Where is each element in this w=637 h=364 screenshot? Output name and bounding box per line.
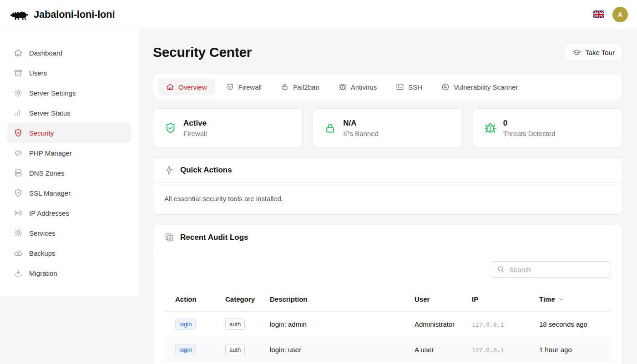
sidebar-item-label: DNS Zones — [29, 169, 65, 177]
header-logo[interactable]: Jabaloni-loni-loni — [9, 6, 115, 23]
status-cards: Active Firewall N/A IPs Banned 0 Threats… — [153, 108, 622, 147]
category-badge: auth — [225, 344, 245, 355]
lock-icon — [281, 83, 289, 91]
section-title: Recent Audit Logs — [180, 233, 248, 242]
bar-chart-icon — [14, 108, 23, 117]
tab-fail2ban[interactable]: Fail2ban — [273, 79, 328, 95]
tab-label: Antivirus — [351, 83, 377, 91]
sidebar-item-backups[interactable]: Backups — [7, 243, 131, 263]
sidebar-item-ssl-manager[interactable]: SSL Manager — [7, 183, 131, 203]
tab-label: Overview — [178, 83, 207, 91]
home-icon — [166, 83, 174, 91]
clipboard-icon — [164, 233, 174, 243]
chevron-down-icon — [558, 296, 564, 303]
sidebar-item-php-manager[interactable]: PHP Manager — [7, 143, 131, 163]
sidebar-item-dns-zones[interactable]: DNS Zones — [7, 163, 131, 183]
sidebar-item-label: Migration — [29, 269, 57, 277]
sidebar-item-label: Backups — [29, 249, 56, 257]
bug-icon — [484, 122, 496, 134]
audit-logs-card: Recent Audit Logs Action Category — [153, 225, 622, 364]
user-cell: Administrator — [415, 311, 472, 337]
column-header-time-label: Time — [539, 295, 555, 303]
code-icon — [14, 148, 23, 157]
sidebar-item-label: Security — [29, 129, 54, 137]
sidebar-item-security[interactable]: Security — [7, 123, 131, 143]
sidebar-item-server-status[interactable]: Server Status — [7, 103, 131, 123]
time-sort-control[interactable]: Time — [539, 295, 564, 303]
gear-icon — [14, 88, 23, 97]
ips-banned-card: N/A IPs Banned — [313, 108, 462, 147]
take-tour-button[interactable]: Take Tour — [565, 44, 622, 61]
uk-flag-icon[interactable] — [593, 10, 604, 18]
shield-check-icon — [14, 188, 23, 197]
ip-cell: 127.0.0.1 — [472, 321, 504, 328]
sidebar-item-label: SSL Manager — [29, 189, 71, 197]
sidebar: Dashboard Users Server Settings Server S… — [0, 29, 138, 297]
column-header-time: Time — [539, 288, 611, 311]
scan-search-icon — [441, 83, 450, 91]
column-header-description: Description — [270, 288, 415, 311]
user-avatar[interactable]: A — [612, 7, 628, 22]
terminal-icon — [396, 83, 404, 91]
server-stack-icon — [14, 168, 23, 177]
page-title: Security Center — [153, 45, 252, 60]
column-header-ip: IP — [472, 288, 539, 311]
boar-icon — [9, 6, 29, 23]
tab-firewall[interactable]: Firewall — [218, 79, 270, 95]
firewall-status-card: Active Firewall — [153, 108, 303, 147]
tab-ssh[interactable]: SSH — [388, 79, 430, 95]
sidebar-item-migration[interactable]: Migration — [7, 263, 131, 283]
signal-icon — [14, 208, 23, 217]
sidebar-item-server-settings[interactable]: Server Settings — [7, 83, 131, 103]
sidebar-item-services[interactable]: Services — [7, 223, 131, 243]
stat-value: 0 — [503, 119, 556, 128]
users-icon — [14, 68, 23, 77]
audit-search-input[interactable] — [492, 261, 611, 278]
threats-detected-card: 0 Threats Detected — [473, 108, 622, 147]
stat-value: Active — [183, 119, 207, 128]
column-header-category: Category — [225, 288, 270, 311]
sidebar-item-ip-addresses[interactable]: IP Addresses — [7, 203, 131, 223]
top-header: Jabaloni-loni-loni A — [0, 0, 637, 29]
tab-label: Firewall — [238, 83, 262, 91]
sidebar-item-label: Dashboard — [29, 49, 62, 57]
tab-antivirus[interactable]: Antivirus — [330, 79, 385, 95]
tab-label: Fail2ban — [293, 83, 319, 91]
description-cell: login: admin — [270, 311, 415, 337]
take-tour-label: Take Tour — [585, 49, 615, 56]
tab-overview[interactable]: Overview — [158, 79, 215, 95]
sidebar-item-label: Services — [29, 229, 56, 237]
table-header-row: Action Category Description User IP Time — [164, 288, 611, 311]
category-badge: auth — [225, 318, 245, 330]
bug-icon — [339, 83, 347, 91]
tab-label: SSH — [408, 83, 422, 91]
gear-icon — [14, 228, 23, 238]
quick-actions-card: Quick Actions All essential security too… — [153, 157, 622, 215]
ip-cell: 127.0.0.1 — [472, 347, 504, 354]
stat-label: IPs Banned — [343, 130, 379, 137]
description-cell: login: user — [270, 337, 415, 362]
app-title: Jabaloni-loni-loni — [34, 9, 115, 20]
column-header-user: User — [415, 288, 472, 311]
bolt-icon — [164, 165, 174, 175]
main-content: Security Center Take Tour Overview Firew… — [138, 29, 637, 364]
stat-label: Threats Detected — [503, 130, 556, 137]
action-badge: login — [175, 318, 196, 330]
download-icon — [14, 268, 23, 278]
sidebar-item-dashboard[interactable]: Dashboard — [7, 43, 131, 63]
lock-icon — [324, 122, 336, 134]
shield-check-icon — [164, 122, 177, 134]
time-cell: 18 seconds ago — [539, 311, 611, 337]
table-row: login auth login: user A user 127.0.0.1 … — [164, 337, 611, 362]
tab-label: Vulnerability Scanner — [454, 83, 518, 91]
tab-vulnerability-scanner[interactable]: Vulnerability Scanner — [433, 79, 526, 95]
column-header-action: Action — [164, 288, 225, 311]
quick-actions-message: All essential security tools are install… — [164, 195, 611, 202]
sidebar-item-users[interactable]: Users — [7, 63, 131, 83]
graduation-cap-icon — [572, 48, 581, 57]
section-title: Quick Actions — [180, 166, 232, 175]
shield-check-icon — [14, 128, 23, 137]
shield-check-icon — [226, 83, 234, 91]
audit-logs-table: Action Category Description User IP Time — [164, 288, 611, 362]
security-tabs: Overview Firewall Fail2ban Antivirus SSH… — [153, 74, 622, 100]
